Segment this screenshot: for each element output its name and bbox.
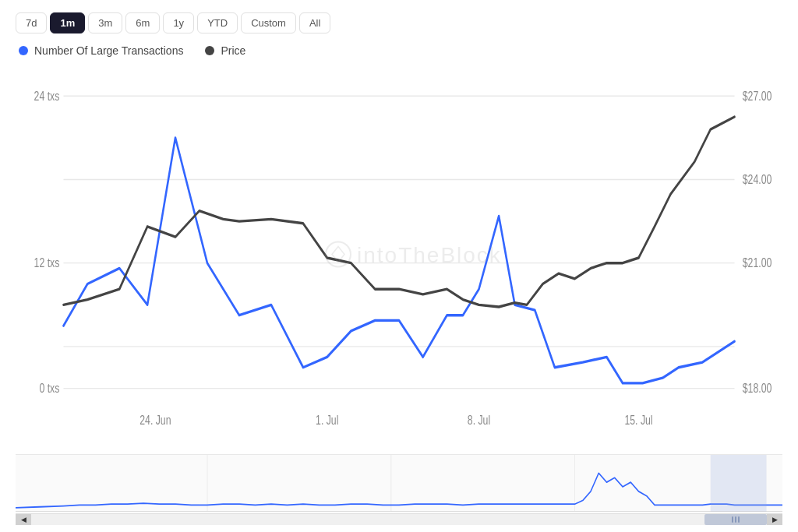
btn-6m[interactable]: 6m: [125, 12, 160, 33]
legend-price: Price: [205, 44, 245, 57]
svg-text:8. Jul: 8. Jul: [468, 414, 490, 428]
legend-transactions-label: Number Of Large Transactions: [34, 44, 183, 57]
svg-text:1. Jul: 1. Jul: [316, 414, 338, 428]
btn-ytd[interactable]: YTD: [197, 12, 238, 33]
svg-text:0 txs: 0 txs: [39, 381, 59, 395]
svg-rect-29: [735, 516, 736, 523]
svg-rect-27: [711, 455, 767, 512]
legend-dot-price: [205, 46, 214, 55]
svg-text:24. Jun: 24. Jun: [139, 414, 171, 428]
svg-text:12 txs: 12 txs: [34, 255, 60, 270]
svg-text:15. Jul: 15. Jul: [624, 414, 652, 428]
btn-custom[interactable]: Custom: [241, 12, 296, 33]
chart-legend: Number Of Large Transactions Price: [16, 44, 782, 57]
btn-1m[interactable]: 1m: [50, 12, 85, 33]
chart-container: 7d 1m 3m 6m 1y YTD Custom All Number Of …: [0, 0, 798, 532]
svg-rect-30: [738, 516, 740, 523]
btn-3m[interactable]: 3m: [88, 12, 122, 33]
svg-rect-28: [732, 516, 733, 523]
btn-all[interactable]: All: [299, 12, 330, 33]
mini-chart-section: 2021 2022 2023 2024 ◀: [16, 454, 782, 524]
time-range-buttons: 7d 1m 3m 6m 1y YTD Custom All: [16, 12, 782, 33]
svg-text:24 txs: 24 txs: [34, 89, 60, 103]
main-chart: intoTheBlock 24 txs 12 txs 0 txs $27.00 …: [16, 65, 782, 451]
scroll-right-arrow[interactable]: ▶: [767, 514, 782, 525]
btn-7d[interactable]: 7d: [16, 12, 47, 33]
price-line: [64, 117, 735, 307]
legend-transactions: Number Of Large Transactions: [19, 44, 183, 57]
btn-1y[interactable]: 1y: [163, 12, 194, 33]
svg-rect-18: [16, 455, 782, 512]
chart-wrapper: intoTheBlock 24 txs 12 txs 0 txs $27.00 …: [16, 65, 782, 524]
scrollbar-thumb[interactable]: [704, 514, 767, 525]
main-chart-svg: 24 txs 12 txs 0 txs $27.00 $24.00 $21.00…: [16, 65, 782, 451]
scrollbar-track: ◀ ▶: [16, 513, 782, 524]
legend-price-label: Price: [221, 44, 245, 57]
svg-text:$21.00: $21.00: [743, 255, 772, 270]
scroll-left-arrow[interactable]: ◀: [16, 514, 31, 525]
svg-text:$18.00: $18.00: [743, 381, 772, 395]
svg-text:$27.00: $27.00: [743, 89, 772, 103]
svg-text:$24.00: $24.00: [743, 172, 772, 186]
legend-dot-transactions: [19, 46, 28, 55]
scrollbar-inner: [31, 514, 767, 525]
